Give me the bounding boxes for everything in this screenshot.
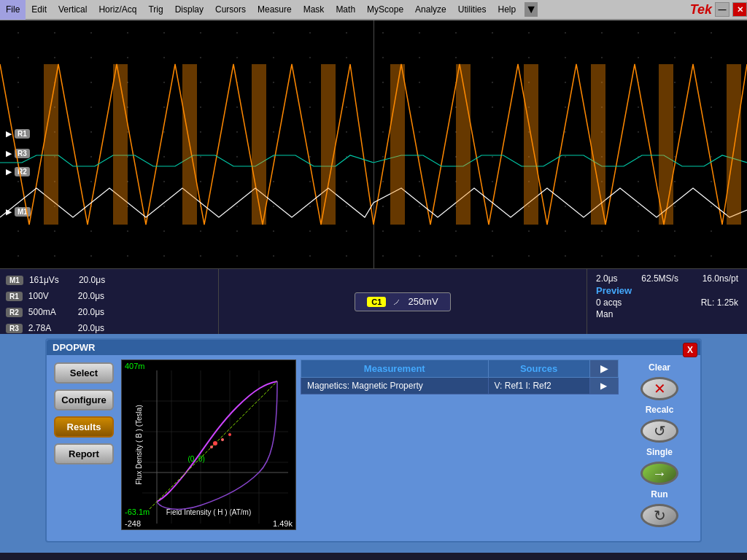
chart-x-min: -248 (125, 519, 141, 528)
measurement-table: Measurement Sources ▶ Magnetics: Magneti… (301, 359, 619, 394)
menu-analyze[interactable]: Analyze (409, 0, 452, 20)
trigger-channel-badge: C1 (367, 297, 386, 307)
measurement-name: Magnetics: Magnetic Property (301, 378, 489, 394)
status-bar: M1 161μVs 20.0μs R1 100V 20.0μs R2 500mA… (0, 268, 747, 334)
status-left: M1 161μVs 20.0μs R1 100V 20.0μs R2 500mA… (0, 269, 219, 334)
trigger-value: 250mV (408, 296, 438, 307)
ch-status-r2: R2 500mA 20.0μs (6, 304, 212, 320)
clear-label: Clear (649, 362, 670, 373)
single-button[interactable]: → (640, 462, 678, 485)
svg-marker-4 (321, 64, 336, 225)
row-arrow[interactable]: ▶ (589, 378, 618, 394)
svg-point-23 (221, 438, 224, 441)
svg-marker-10 (727, 64, 741, 225)
svg-point-24 (228, 433, 231, 436)
svg-point-25 (210, 446, 213, 448)
menubar: File Edit Vertical Horiz/Acq Trig Displa… (0, 0, 747, 20)
status-center: C1 ⟋ 250mV (219, 269, 587, 334)
dpopwr-sidebar: Select Configure Results Report (51, 359, 117, 530)
acqs-count: 0 acqs (596, 298, 622, 308)
ch-status-r1: R1 100V 20.0μs (6, 288, 212, 304)
dpopwr-title: DPOPWR (53, 342, 96, 353)
results-button[interactable]: Results (54, 416, 114, 438)
recalc-button[interactable]: ↺ (640, 419, 678, 443)
menu-dropdown-arrow[interactable]: ▼ (525, 2, 538, 17)
menu-horiz-acq[interactable]: Horiz/Acq (93, 0, 142, 20)
chart-y-max: 407m (125, 362, 145, 370)
minimize-button[interactable]: — (715, 2, 729, 17)
time-m1: 20.0μs (79, 275, 105, 285)
ch-status-m1: M1 161μVs 20.0μs (6, 272, 212, 288)
time-div: 2.0μs (596, 273, 618, 284)
run-button[interactable]: ↻ (640, 504, 678, 527)
bottom-panel: DPOPWR X Select Configure Results Report… (0, 334, 747, 553)
waveform-svg (0, 20, 747, 268)
svg-marker-9 (659, 64, 673, 225)
preview-label: Preview (596, 285, 738, 296)
menu-file[interactable]: File (0, 0, 26, 20)
close-button[interactable]: ✕ (732, 2, 747, 17)
svg-marker-3 (252, 64, 266, 225)
measurement-sources: V: Ref1 I: Ref2 (488, 378, 589, 394)
dpopwr-window: DPOPWR X Select Configure Results Report… (45, 338, 702, 542)
mode-label: Man (596, 309, 738, 319)
clear-button[interactable]: ✕ (640, 377, 678, 400)
single-label: Single (646, 447, 673, 457)
menu-mask[interactable]: Mask (298, 0, 330, 20)
svg-marker-8 (591, 64, 605, 225)
measurement-header: Measurement (301, 360, 489, 378)
dpopwr-titlebar: DPOPWR X (47, 340, 700, 355)
svg-marker-7 (524, 64, 538, 225)
sources-header: Sources (488, 360, 589, 378)
table-expand-button[interactable]: ▶ (589, 360, 618, 378)
menu-utilities[interactable]: Utilities (452, 0, 492, 20)
menu-math[interactable]: Math (330, 0, 361, 20)
dpopwr-close-button[interactable]: X (683, 343, 697, 357)
sample-rate: 62.5MS/s (641, 273, 678, 284)
time-r3: 20.0μs (78, 323, 104, 333)
chart-bh-curve (142, 370, 317, 524)
report-button[interactable]: Report (54, 443, 114, 464)
ns-pt: 16.0ns/pt (703, 273, 738, 284)
menu-help[interactable]: Help (492, 0, 522, 20)
rl-value: RL: 1.25k (701, 298, 738, 308)
menu-edit[interactable]: Edit (26, 0, 53, 20)
badge-r1: R1 (6, 292, 23, 301)
run-label: Run (651, 489, 667, 499)
menu-measure[interactable]: Measure (252, 0, 298, 20)
recalc-label: Recalc (646, 405, 674, 415)
svg-point-22 (213, 441, 217, 446)
badge-r3: R3 (6, 324, 23, 333)
svg-marker-1 (113, 64, 128, 225)
val-r1: 100V (28, 291, 72, 301)
val-r2: 500mA (28, 307, 72, 317)
val-m1: 161μVs (29, 275, 73, 285)
select-button[interactable]: Select (54, 362, 114, 384)
svg-marker-5 (390, 64, 405, 225)
waveform-area: ▶ R1 ▶ R3 ▶ R2 ▶ M1 (0, 20, 747, 268)
menu-display[interactable]: Display (169, 0, 209, 20)
chart-area: 407m -63.1m -248 1.49k Flux Density ( B … (121, 359, 296, 530)
brand-logo: Tek (690, 2, 712, 18)
configure-button[interactable]: Configure (54, 389, 114, 411)
svg-line-21 (150, 381, 277, 509)
badge-r2: R2 (6, 308, 23, 317)
table-row: Magnetics: Magnetic Property V: Ref1 I: … (301, 378, 619, 394)
trigger-symbol: ⟋ (392, 296, 402, 308)
trigger-box: C1 ⟋ 250mV (355, 292, 450, 311)
time-r2: 20.0μs (78, 307, 104, 317)
menu-trig[interactable]: Trig (142, 0, 169, 20)
menu-myscope[interactable]: MyScope (361, 0, 409, 20)
action-buttons: Clear ✕ Recalc ↺ Single → Run ↻ (623, 359, 696, 530)
svg-marker-6 (456, 64, 471, 225)
status-right: 2.0μs 62.5MS/s 16.0ns/pt Preview 0 acqs … (587, 269, 747, 334)
badge-m1: M1 (6, 276, 23, 285)
measurement-area: Measurement Sources ▶ Magnetics: Magneti… (301, 359, 619, 530)
menu-vertical[interactable]: Vertical (53, 0, 93, 20)
val-r3: 2.78A (28, 323, 72, 333)
dpopwr-body: Select Configure Results Report 407m -63… (47, 355, 700, 534)
svg-marker-0 (44, 64, 58, 225)
menu-cursors[interactable]: Cursors (209, 0, 252, 20)
time-r1: 20.0μs (78, 291, 104, 301)
svg-marker-2 (182, 64, 197, 225)
